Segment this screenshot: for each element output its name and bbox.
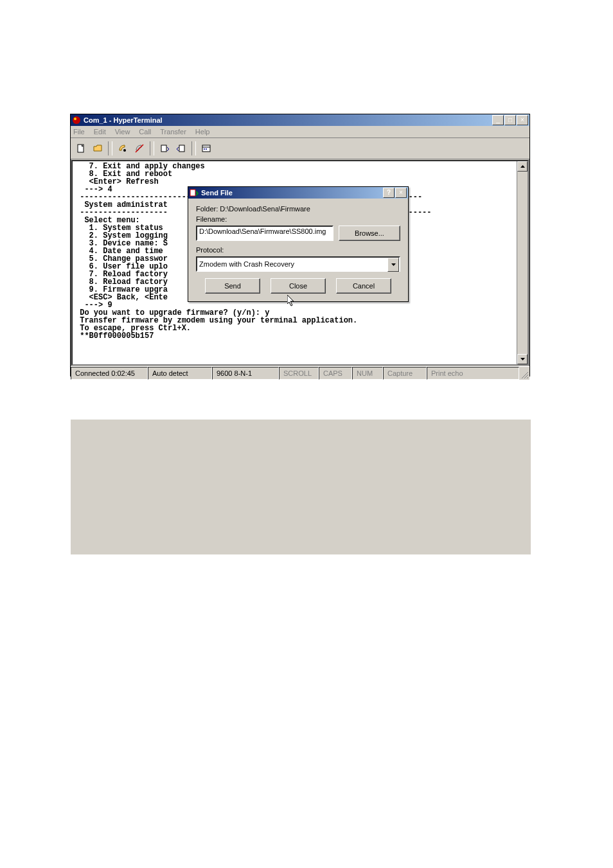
toolbar-separator <box>191 141 196 155</box>
toolbar-separator <box>150 141 154 155</box>
new-icon[interactable] <box>73 141 89 156</box>
status-connected: Connected 0:02:45 <box>71 367 148 380</box>
status-auto-detect: Auto detect <box>148 367 212 380</box>
svg-point-0 <box>73 116 80 124</box>
menu-file[interactable]: File <box>73 128 85 136</box>
scroll-down-icon[interactable] <box>517 354 528 364</box>
resize-grip[interactable] <box>519 367 529 380</box>
svg-rect-5 <box>161 145 166 152</box>
browse-button[interactable]: Browse... <box>339 226 400 241</box>
connect-icon[interactable] <box>115 141 130 156</box>
scrollbar[interactable] <box>517 161 528 364</box>
send-button[interactable]: Send <box>205 278 260 294</box>
menu-call[interactable]: Call <box>139 128 151 136</box>
grey-panel <box>71 420 531 554</box>
svg-line-13 <box>527 377 528 378</box>
status-caps: CAPS <box>319 367 352 380</box>
dialog-title: Send File <box>201 189 383 197</box>
protocol-value: Zmodem with Crash Recovery <box>199 260 294 268</box>
svg-point-3 <box>123 149 126 152</box>
status-num: NUM <box>352 367 383 380</box>
disconnect-icon[interactable] <box>132 141 147 156</box>
dialog-title-bar: Send File ? × <box>188 187 408 199</box>
toolbar-separator <box>108 141 112 155</box>
filename-field[interactable]: D:\Download\Sena\Firmware\SS800.img <box>196 226 333 241</box>
status-print-echo: Print echo <box>427 367 519 380</box>
minimize-button[interactable]: _ <box>492 115 504 125</box>
dialog-icon <box>190 188 199 197</box>
filename-label: Filename: <box>196 215 400 223</box>
svg-rect-6 <box>179 145 184 152</box>
close-dialog-button[interactable]: Close <box>271 278 326 294</box>
cursor-icon <box>287 295 296 309</box>
open-icon[interactable] <box>90 141 105 156</box>
folder-label: Folder: D:\Download\Sena\Firmware <box>196 205 400 213</box>
menu-help[interactable]: Help <box>195 128 210 136</box>
status-scroll: SCROLL <box>279 367 319 380</box>
menu-edit[interactable]: Edit <box>94 128 106 136</box>
protocol-select[interactable]: Zmodem with Crash Recovery <box>196 256 400 272</box>
menu-bar: File Edit View Call Transfer Help <box>71 126 529 138</box>
toolbar <box>71 138 529 159</box>
scroll-up-icon[interactable] <box>517 161 528 172</box>
send-icon[interactable] <box>157 141 172 156</box>
menu-transfer[interactable]: Transfer <box>160 128 186 136</box>
status-baud: 9600 8-N-1 <box>212 367 279 380</box>
send-file-dialog: Send File ? × Folder: D:\Download\Sena\F… <box>188 186 409 302</box>
receive-icon[interactable] <box>173 141 189 156</box>
svg-point-9 <box>204 148 205 150</box>
menu-view[interactable]: View <box>115 128 130 136</box>
svg-rect-14 <box>190 190 195 196</box>
window-title: Com_1 - HyperTerminal <box>84 116 492 124</box>
status-capture: Capture <box>383 367 427 380</box>
app-icon <box>72 116 81 125</box>
maximize-button[interactable]: □ <box>504 115 516 125</box>
protocol-label: Protocol: <box>196 246 400 254</box>
chevron-down-icon[interactable] <box>387 258 399 272</box>
cancel-button[interactable]: Cancel <box>336 278 391 294</box>
close-button[interactable]: × <box>517 115 528 125</box>
status-bar: Connected 0:02:45 Auto detect 9600 8-N-1… <box>71 366 529 380</box>
title-bar: Com_1 - HyperTerminal _ □ × <box>71 114 529 126</box>
svg-point-1 <box>74 118 76 120</box>
dialog-help-button[interactable]: ? <box>383 188 395 198</box>
properties-icon[interactable] <box>199 141 214 156</box>
dialog-close-button[interactable]: × <box>395 188 407 198</box>
svg-point-10 <box>206 148 207 150</box>
